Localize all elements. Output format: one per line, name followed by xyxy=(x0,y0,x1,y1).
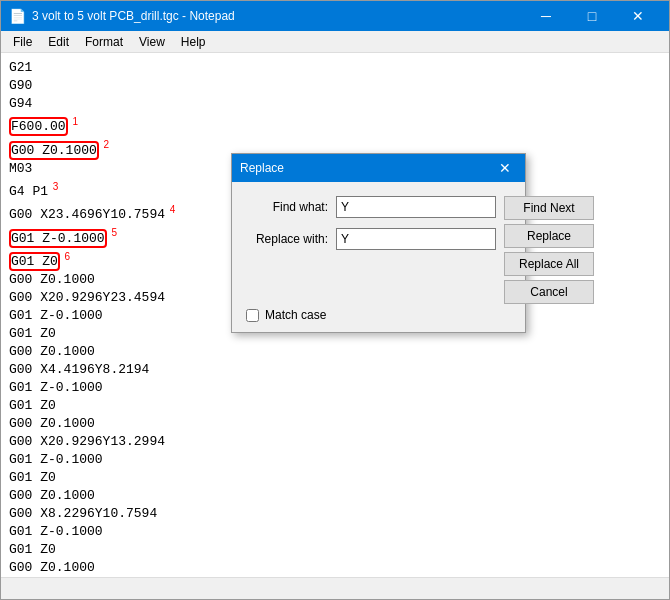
maximize-button[interactable]: □ xyxy=(569,1,615,31)
menu-edit[interactable]: Edit xyxy=(40,33,77,51)
dialog-title: Replace xyxy=(240,161,284,175)
main-window: 📄 3 volt to 5 volt PCB_drill.tgc - Notep… xyxy=(0,0,670,600)
dialog-action-buttons: Find Next Replace Replace All Cancel xyxy=(504,196,594,304)
replace-input[interactable] xyxy=(336,228,496,250)
app-icon: 📄 xyxy=(9,8,26,24)
match-case-label: Match case xyxy=(265,308,326,322)
menu-help[interactable]: Help xyxy=(173,33,214,51)
dialog-title-bar: Replace ✕ xyxy=(232,154,525,182)
replace-all-button[interactable]: Replace All xyxy=(504,252,594,276)
replace-dialog: Replace ✕ Find what: Replace with: xyxy=(231,153,526,333)
annotation-label-6: 6 xyxy=(62,251,70,262)
minimize-button[interactable]: ─ xyxy=(523,1,569,31)
find-label: Find what: xyxy=(246,200,328,214)
title-bar-left: 📄 3 volt to 5 volt PCB_drill.tgc - Notep… xyxy=(9,8,235,24)
menu-bar: File Edit Format View Help xyxy=(1,31,669,53)
match-case-checkbox[interactable] xyxy=(246,309,259,322)
dialog-close-button[interactable]: ✕ xyxy=(493,156,517,180)
annotation-label-5: 5 xyxy=(109,227,117,238)
find-next-button[interactable]: Find Next xyxy=(504,196,594,220)
close-button[interactable]: ✕ xyxy=(615,1,661,31)
status-bar xyxy=(1,577,669,599)
window-title: 3 volt to 5 volt PCB_drill.tgc - Notepad xyxy=(32,9,235,23)
annotation-label-2: 2 xyxy=(101,139,109,150)
annotation-label-1: 1 xyxy=(70,116,78,127)
cancel-button[interactable]: Cancel xyxy=(504,280,594,304)
menu-file[interactable]: File xyxy=(5,33,40,51)
text-container: G21 G90 G94 F600.00 1 G00 Z0.1000 2 M03 … xyxy=(1,53,669,577)
dialog-body: Find what: Replace with: Find Next Repla… xyxy=(232,182,525,332)
replace-button[interactable]: Replace xyxy=(504,224,594,248)
annotation-highlight-2: G00 Z0.1000 xyxy=(9,141,99,160)
menu-format[interactable]: Format xyxy=(77,33,131,51)
find-input[interactable] xyxy=(336,196,496,218)
title-bar-controls: ─ □ ✕ xyxy=(523,1,661,31)
find-row: Find what: xyxy=(246,196,496,218)
title-bar: 📄 3 volt to 5 volt PCB_drill.tgc - Notep… xyxy=(1,1,669,31)
annotation-highlight-5: G01 Z-0.1000 xyxy=(9,229,107,248)
menu-view[interactable]: View xyxy=(131,33,173,51)
replace-label: Replace with: xyxy=(246,232,328,246)
annotation-highlight-1: F600.00 xyxy=(9,117,68,136)
annotation-highlight-6: G01 Z0 xyxy=(9,252,60,271)
annotation-label-3: 3 xyxy=(50,181,58,192)
replace-row: Replace with: xyxy=(246,228,496,250)
match-case-row: Match case xyxy=(246,308,511,322)
annotation-label-4: 4 xyxy=(167,204,175,215)
dialog-fields: Find what: Replace with: xyxy=(246,196,496,304)
